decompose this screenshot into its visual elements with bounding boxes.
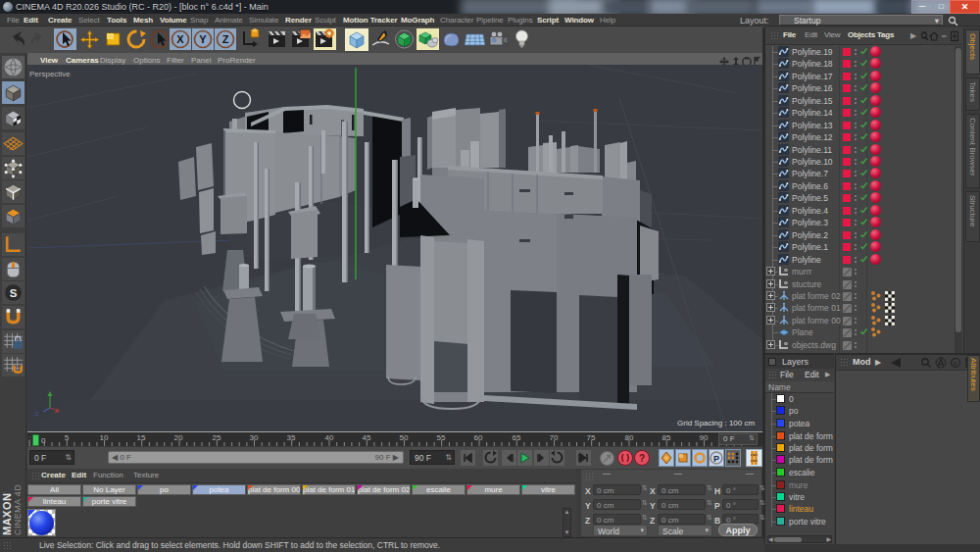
svg-text:Z: Z: [35, 411, 38, 417]
svg-text:X: X: [176, 33, 184, 45]
svg-text:o: o: [784, 340, 788, 346]
svg-text:a: a: [954, 360, 957, 367]
svg-text:Y: Y: [199, 33, 207, 45]
svg-text:o: o: [784, 267, 788, 273]
svg-text:S: S: [10, 287, 18, 299]
svg-text:o: o: [784, 279, 788, 285]
svg-text:P: P: [713, 454, 719, 464]
svg-text:Z: Z: [222, 33, 229, 45]
